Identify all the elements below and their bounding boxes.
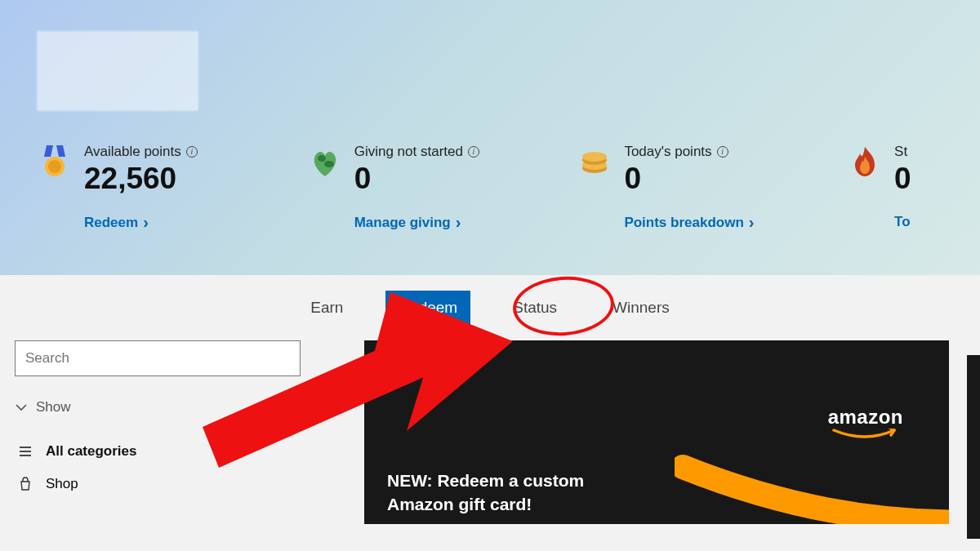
category-label: All categories — [46, 443, 137, 460]
amazon-wordmark: amazon — [828, 406, 903, 429]
tab-nav: Earn Redeem Status Winners — [0, 275, 980, 340]
amazon-logo: amazon — [828, 406, 903, 440]
stat-label: Giving not started — [354, 144, 463, 160]
stat-available-points: Available points 22,560 Redeem — [37, 144, 307, 232]
category-label: Shop — [46, 476, 78, 492]
stat-value: 0 — [624, 162, 754, 196]
stat-value: 0 — [354, 162, 479, 196]
tab-winners[interactable]: Winners — [599, 291, 683, 325]
stats-row: Available points 22,560 Redeem Giving no… — [37, 144, 980, 232]
earth-heart-icon — [307, 144, 343, 180]
svg-point-7 — [582, 152, 607, 162]
category-shop[interactable]: Shop — [15, 468, 315, 500]
hero-banner: Available points 22,560 Redeem Giving no… — [0, 0, 980, 275]
chevron-down-icon — [15, 401, 28, 414]
streak-link[interactable]: To — [894, 214, 911, 230]
stat-label: Today's points — [624, 144, 711, 160]
reward-card-amazon[interactable]: amazon NEW: Redeem a custom Amazon gift … — [364, 340, 949, 524]
chevron-right-icon — [456, 214, 461, 232]
category-list: All categories Shop — [15, 435, 315, 500]
coins-icon — [577, 144, 612, 180]
stat-label: St — [894, 144, 907, 160]
sidebar: Show All categories Shop — [15, 340, 315, 551]
info-icon[interactable] — [717, 146, 728, 158]
amazon-swoosh-icon — [675, 434, 949, 524]
redeem-content: Show All categories Shop amazon — [0, 340, 980, 551]
tab-redeem[interactable]: Redeem — [385, 291, 470, 325]
list-icon — [16, 444, 34, 459]
tab-status[interactable]: Status — [500, 291, 570, 325]
stat-label: Available points — [84, 144, 181, 160]
medal-icon — [37, 144, 73, 180]
info-icon[interactable] — [468, 146, 479, 158]
manage-giving-link[interactable]: Manage giving — [354, 214, 479, 232]
category-all[interactable]: All categories — [15, 435, 315, 468]
amazon-smile-icon — [832, 429, 899, 440]
svg-point-2 — [318, 155, 326, 162]
bag-icon — [16, 477, 34, 491]
svg-point-1 — [48, 160, 61, 173]
info-icon[interactable] — [186, 146, 198, 158]
redacted-logo-area — [37, 31, 198, 111]
show-toggle[interactable]: Show — [15, 399, 315, 415]
stat-giving: Giving not started 0 Manage giving — [307, 144, 577, 232]
chevron-right-icon — [143, 214, 149, 232]
points-breakdown-link[interactable]: Points breakdown — [624, 214, 754, 232]
svg-point-3 — [324, 161, 334, 167]
card-headline: NEW: Redeem a custom Amazon gift card! — [387, 469, 584, 516]
stat-value: 22,560 — [84, 162, 198, 196]
stat-value: 0 — [894, 162, 911, 196]
next-card-peek[interactable] — [967, 355, 980, 539]
stat-streak: St 0 To — [847, 144, 980, 232]
flame-icon — [847, 144, 883, 180]
stat-todays-points: Today's points 0 Points breakdown — [577, 144, 847, 232]
show-label: Show — [36, 399, 71, 415]
search-input[interactable] — [15, 340, 301, 376]
redeem-link[interactable]: Redeem — [84, 214, 198, 232]
tab-earn[interactable]: Earn — [297, 291, 356, 325]
chevron-right-icon — [749, 214, 755, 232]
